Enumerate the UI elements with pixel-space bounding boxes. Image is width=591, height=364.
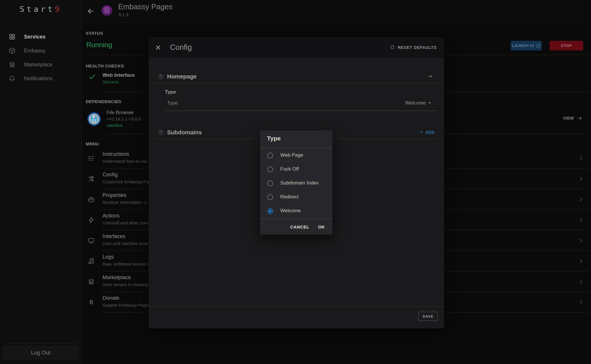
option-fuck-off[interactable]: Fuck Off <box>260 162 332 176</box>
menu-item-desc: Support Embassy Pages <box>103 303 150 308</box>
menu-item-title: Config <box>103 172 118 178</box>
tools-icon <box>88 175 95 182</box>
menu-item-desc: View service in marketpl <box>103 282 149 287</box>
reset-defaults-button[interactable]: RESET DEFAULTS <box>390 45 437 50</box>
checkmark-icon <box>88 73 96 81</box>
homepage-section-title: Homepage <box>167 73 197 80</box>
radio-icon[interactable] <box>267 194 273 200</box>
screen: Start9 Services Embassy Marketplace Noti… <box>0 0 591 364</box>
option-subdomain-index[interactable]: Subdomain Index <box>260 176 332 190</box>
briefcase-icon <box>88 196 95 203</box>
sidebar-item-notifications[interactable]: Notifications <box>0 72 81 85</box>
stop-button[interactable]: STOP <box>550 41 583 50</box>
flash-icon <box>88 217 95 224</box>
sidebar-item-label: Services <box>24 34 45 40</box>
sidebar-divider <box>0 20 81 21</box>
add-subdomain-button[interactable]: + ADD <box>420 130 435 135</box>
field-underline <box>165 111 438 111</box>
refresh-icon <box>390 45 395 50</box>
close-icon[interactable] <box>155 44 161 51</box>
type-dialog: Type Web Page Fuck Off Subdomain Index R… <box>260 130 332 235</box>
file-browser-icon <box>87 112 101 126</box>
chevron-right-icon <box>578 176 584 182</box>
app-version: 0.1.3 <box>119 12 128 17</box>
arrow-right-icon <box>577 116 582 120</box>
health-checks-label: HEALTH CHECKS <box>86 63 124 68</box>
type-field-label: Type <box>167 100 178 106</box>
bell-icon <box>9 75 16 82</box>
config-modal-title: Config <box>170 43 192 52</box>
logout-button[interactable]: Log Out <box>2 346 79 360</box>
menu-item-desc: User and machine acce <box>103 241 148 246</box>
sidebar: Start9 Services Embassy Marketplace Noti… <box>0 0 82 364</box>
status-value: Running <box>86 41 112 49</box>
help-icon[interactable]: ? <box>158 130 163 135</box>
option-label: Fuck Off <box>280 166 299 172</box>
add-label: ADD <box>425 130 435 135</box>
bitcoin-icon <box>88 299 95 306</box>
storefront-icon <box>88 278 95 285</box>
dependencies-label: DEPENDENCIES <box>86 99 121 104</box>
launch-ui-label: LAUNCH UI <box>512 43 534 48</box>
config-modal-header: Config RESET DEFAULTS <box>149 37 444 58</box>
radio-selected-icon[interactable] <box>267 208 273 214</box>
type-select[interactable]: Welcome <box>405 100 431 106</box>
menu-item-desc: Raw, unfiltered service l <box>103 261 148 266</box>
option-label: Web Page <box>280 152 303 158</box>
launch-ui-button[interactable]: LAUNCH UI <box>511 41 542 50</box>
radio-icon[interactable] <box>267 180 273 186</box>
type-section-label: Type <box>165 89 176 95</box>
monitor-icon <box>88 237 95 244</box>
option-welcome[interactable]: Welcome <box>260 204 332 218</box>
help-icon[interactable]: ? <box>158 74 163 79</box>
radio-icon[interactable] <box>267 167 273 172</box>
save-button[interactable]: SAVE <box>418 312 438 321</box>
back-arrow-icon[interactable] <box>87 7 95 15</box>
view-label: VIEW <box>563 116 574 120</box>
menu-item-desc: Runtime information, cr <box>103 200 147 205</box>
option-label: Redirect <box>280 194 299 200</box>
sidebar-item-embassy[interactable]: Embassy <box>0 44 81 58</box>
ok-button[interactable]: OK <box>318 224 325 229</box>
divider <box>260 148 332 148</box>
health-check-status: Success <box>103 79 119 84</box>
menu-item-title: Interfaces <box>103 233 125 239</box>
menu-item-title: Marketplace <box>103 275 131 281</box>
cancel-button[interactable]: CANCEL <box>290 224 309 229</box>
receipt-icon <box>88 258 95 265</box>
menu-item-desc: Understand how to use <box>103 159 147 164</box>
option-label: Welcome <box>280 208 301 214</box>
external-link-icon <box>536 43 541 48</box>
menu-label: MENU <box>86 141 99 146</box>
menu-item-title: Properties <box>103 192 126 198</box>
topbar: Embassy Pages 0.1.3 <box>82 0 591 22</box>
chevron-right-icon <box>578 237 584 244</box>
stop-label: STOP <box>561 43 572 48</box>
option-redirect[interactable]: Redirect <box>260 190 332 204</box>
menu-item-title: Actions <box>103 213 120 219</box>
homepage-section-header[interactable]: ? Homepage <box>158 72 434 81</box>
view-dependency-button[interactable]: VIEW <box>563 116 582 120</box>
divider <box>154 83 438 83</box>
reset-defaults-label: RESET DEFAULTS <box>398 45 437 50</box>
chevron-up-icon[interactable] <box>427 73 434 80</box>
logout-divider <box>3 343 78 344</box>
sidebar-item-label: Marketplace <box>24 62 52 68</box>
cube-icon <box>9 47 16 54</box>
grid-icon <box>9 33 16 40</box>
sidebar-item-services[interactable]: Services <box>0 30 81 44</box>
caret-down-icon <box>428 102 431 104</box>
chevron-right-icon <box>578 279 584 285</box>
option-web-page[interactable]: Web Page <box>260 149 332 162</box>
chevron-right-icon <box>578 155 584 162</box>
menu-item-desc: Customize Embassy Pag <box>103 179 151 184</box>
chevron-right-icon <box>578 258 584 264</box>
radio-icon[interactable] <box>267 153 273 158</box>
chevron-right-icon <box>578 196 584 203</box>
sidebar-item-marketplace[interactable]: Marketplace <box>0 58 81 72</box>
sidebar-item-label: Notifications <box>24 76 52 82</box>
start9-logo: Start9 <box>0 5 81 14</box>
option-label: Subdomain Index <box>280 180 319 186</box>
dialog-button-row: CANCEL OK <box>260 219 332 235</box>
page-title: Embassy Pages <box>118 2 173 11</box>
